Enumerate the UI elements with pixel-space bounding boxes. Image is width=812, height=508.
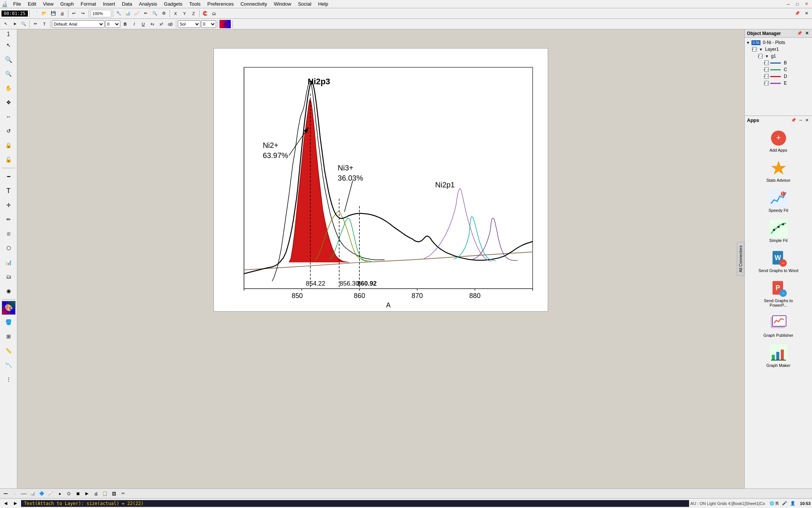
- color-btn[interactable]: A: [220, 20, 231, 28]
- draw-line-tool[interactable]: ━: [2, 170, 15, 183]
- pin-right-btn[interactable]: 📌: [793, 9, 801, 18]
- menu-item-connectivity[interactable]: Connectivity: [238, 0, 270, 8]
- eraser-tool[interactable]: ⎚: [2, 227, 15, 240]
- redo-btn[interactable]: ↪: [79, 9, 87, 18]
- bt-8[interactable]: O: [65, 490, 73, 498]
- bt-9[interactable]: ◼: [74, 490, 82, 498]
- layer-tool[interactable]: 🗂: [2, 270, 15, 283]
- ruler-tool[interactable]: 📏: [2, 344, 15, 357]
- zoom-btn[interactable]: 🔍: [20, 20, 28, 28]
- zoom-out-tool[interactable]: 🔍: [2, 67, 15, 81]
- superscript-btn[interactable]: x²: [157, 20, 165, 28]
- cursor-tool[interactable]: ✛: [2, 198, 15, 212]
- rotate-tool[interactable]: ↺: [2, 124, 15, 138]
- app-stats-advisor[interactable]: Stats Advisor: [756, 157, 801, 184]
- obj-item-b[interactable]: ✓ B: [746, 59, 810, 66]
- snap-btn[interactable]: 🧲: [201, 9, 209, 18]
- obj-mgr-close[interactable]: ✕: [804, 30, 810, 36]
- script-tool[interactable]: ⋮: [2, 373, 15, 386]
- lock2-btn[interactable]: 🔓: [2, 153, 15, 166]
- bt-6[interactable]: 📈: [47, 490, 55, 498]
- undo-btn[interactable]: ↩: [70, 9, 78, 18]
- toolbar-btn-2[interactable]: 📊: [124, 9, 132, 18]
- chart-tool[interactable]: 📊: [2, 256, 15, 269]
- bt-2[interactable]: ·: [11, 490, 19, 498]
- restore-btn[interactable]: □: [793, 0, 801, 8]
- line-width-select[interactable]: 0: [201, 20, 216, 28]
- bt-5[interactable]: 🔷: [38, 490, 46, 498]
- all-connectors-tab[interactable]: All Connectors: [737, 242, 744, 276]
- fill-tool[interactable]: 🪣: [2, 315, 15, 329]
- select-tool[interactable]: ↖: [2, 38, 15, 52]
- apps-close[interactable]: ✕: [804, 117, 810, 123]
- subscript-btn[interactable]: x₂: [148, 20, 156, 28]
- obj-item-d[interactable]: ✓ D: [746, 73, 810, 80]
- toolbar-btn-3[interactable]: 📈: [133, 9, 141, 18]
- scale-tool[interactable]: ↔: [2, 110, 15, 123]
- apps-minimize[interactable]: ─: [798, 117, 803, 123]
- print-btn[interactable]: 🖨: [58, 9, 67, 18]
- bt-14[interactable]: ✂: [119, 490, 127, 498]
- app-add-apps[interactable]: + Add Apps: [756, 127, 801, 154]
- bt-13[interactable]: 🖼: [110, 490, 118, 498]
- lock-btn[interactable]: 🔒: [2, 138, 15, 152]
- menu-item-graph[interactable]: Graph: [57, 0, 77, 8]
- menu-item-view[interactable]: View: [40, 0, 56, 8]
- g1-checkbox[interactable]: ✓: [758, 54, 763, 58]
- pointer-btn[interactable]: ➤: [11, 20, 19, 28]
- canvas-area[interactable]: Ni2p3 850 860 870 880 A: [17, 29, 744, 488]
- close-btn[interactable]: ✕: [802, 0, 810, 8]
- bt-3[interactable]: ──: [20, 490, 28, 498]
- menu-item-edit[interactable]: Edit: [25, 0, 39, 8]
- toolbar-btn-4[interactable]: ✏: [142, 9, 150, 18]
- text-tool[interactable]: T: [2, 184, 15, 198]
- toolbar-btn-1[interactable]: 🔧: [115, 9, 123, 18]
- menu-item-insert[interactable]: Insert: [100, 0, 118, 8]
- fontsize-select[interactable]: 0: [105, 20, 120, 28]
- grid-tool[interactable]: ⊞: [2, 330, 15, 343]
- stats-tool[interactable]: 📉: [2, 358, 15, 372]
- menu-item-help[interactable]: Help: [315, 0, 331, 8]
- draw-btn[interactable]: ✏: [31, 20, 39, 28]
- obj-layer1[interactable]: ✓ ▼ Layer1: [746, 46, 810, 53]
- menu-item-gadgets[interactable]: Gadgets: [161, 0, 185, 8]
- bt-11[interactable]: 🖨: [92, 490, 100, 498]
- obj-root[interactable]: ▼ 0-Ni 0-Ni - Plots: [746, 39, 810, 46]
- open-btn[interactable]: 📂: [40, 9, 48, 18]
- status-nav-btn2[interactable]: ▶: [11, 499, 20, 508]
- app-send-graphs-ppt[interactable]: P → Send Graphs to PowerP...: [756, 278, 801, 309]
- bt-10[interactable]: ▶: [83, 490, 91, 498]
- menu-item-file[interactable]: File: [10, 0, 24, 8]
- new-btn[interactable]: 📄: [31, 9, 39, 18]
- toolbar-btn-6[interactable]: ⚙: [160, 9, 168, 18]
- bold-btn[interactable]: B: [121, 20, 129, 28]
- obj-mgr-pin[interactable]: 📌: [796, 30, 803, 36]
- app-speedy-fit[interactable]: ! Speedy Fit: [756, 187, 801, 214]
- bt-12[interactable]: 📋: [101, 490, 109, 498]
- layer-btn[interactable]: 🗂: [210, 9, 218, 18]
- underline-btn[interactable]: U: [139, 20, 147, 28]
- layer1-checkbox[interactable]: ✓: [752, 47, 757, 52]
- text-btn[interactable]: T: [40, 20, 48, 28]
- close-panel-btn[interactable]: ✕: [802, 9, 810, 18]
- bt-1[interactable]: ━━: [2, 490, 10, 498]
- app-graph-publisher[interactable]: Graph Publisher: [756, 312, 801, 339]
- apps-pin[interactable]: 📌: [790, 117, 797, 123]
- menu-item-analysis[interactable]: Analysis: [136, 0, 160, 8]
- menu-item-format[interactable]: Format: [77, 0, 99, 8]
- app-send-graphs-word[interactable]: W → Send Graphs to Word: [756, 248, 801, 275]
- menu-item-social[interactable]: Social: [295, 0, 314, 8]
- e-checkbox[interactable]: ✓: [764, 81, 769, 85]
- menu-item-data[interactable]: Data: [119, 0, 135, 8]
- greek-btn[interactable]: αβ: [166, 20, 174, 28]
- poly-tool[interactable]: ⬡: [2, 241, 15, 255]
- toolbar-btn-7[interactable]: X: [171, 9, 180, 18]
- zoom-in-tool[interactable]: 🔍: [2, 53, 15, 66]
- menu-item-tools[interactable]: Tools: [186, 0, 203, 8]
- obj-item-c[interactable]: ✓ C: [746, 66, 810, 73]
- bt-4[interactable]: 📊: [29, 490, 37, 498]
- minimize-btn[interactable]: ─: [784, 0, 792, 8]
- bt-7[interactable]: ●: [56, 490, 64, 498]
- status-nav-btn[interactable]: ◀: [2, 499, 10, 508]
- app-graph-maker[interactable]: Graph Maker: [756, 342, 801, 370]
